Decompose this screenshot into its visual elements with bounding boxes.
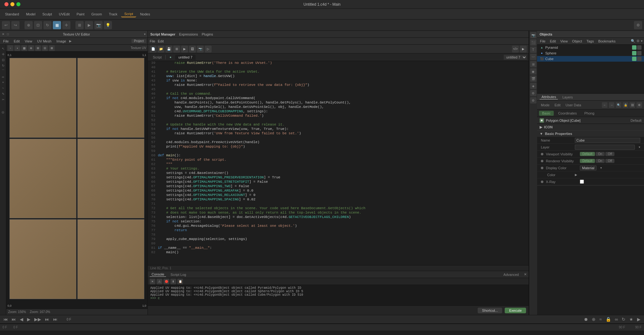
script-camera[interactable]: 📷 — [197, 46, 204, 53]
script-save[interactable]: 💾 — [165, 46, 172, 53]
obj-menu-bookmarks[interactable]: Bookmarks — [597, 39, 617, 43]
uv-tile-5[interactable] — [77, 219, 144, 299]
nav-nodes[interactable]: Nodes — [137, 11, 153, 17]
obj-more-icon[interactable]: ▾ — [641, 39, 643, 43]
r-icon-scene[interactable]: 🎬 — [530, 75, 536, 82]
attr-forward[interactable]: → — [609, 102, 614, 108]
script-code-toggle[interactable]: </> — [512, 46, 519, 53]
uv-menu-image[interactable]: Image — [55, 39, 68, 43]
uv-icon-lasso[interactable]: ⌒ — [1, 69, 6, 74]
uv-tool-5[interactable]: ⊞ — [35, 45, 41, 51]
tab-console[interactable]: Console — [150, 272, 166, 277]
attr-edit[interactable]: Edit — [553, 103, 563, 107]
light-button[interactable]: 💡 — [104, 21, 112, 29]
redo-button[interactable]: ↪ — [11, 21, 19, 29]
attr-settings[interactable]: ⚙ — [636, 102, 642, 108]
obj-menu-view[interactable]: View — [559, 39, 569, 43]
attr-section-icon-title[interactable]: ▶ ICON — [537, 124, 644, 130]
uv-menu-btn[interactable]: ▾ — [144, 32, 146, 36]
r-icon-settings[interactable]: ⚙ — [530, 97, 536, 103]
tl-btn-prev[interactable]: ◀ — [19, 317, 24, 322]
move-tool[interactable]: ⊕ — [25, 21, 33, 29]
snap-tool[interactable]: ⊞ — [75, 21, 84, 29]
attr-dot-viewport[interactable] — [541, 153, 543, 155]
tl-record[interactable]: ⏺ — [583, 317, 589, 322]
uv-tile-3[interactable] — [77, 139, 144, 219]
nav-script[interactable]: Script — [121, 11, 136, 17]
attr-input-name[interactable] — [575, 138, 640, 143]
close-button[interactable] — [4, 2, 8, 6]
attr-layer-arrow[interactable]: ▾ — [639, 145, 640, 149]
tl-current-frame[interactable]: 0 F — [65, 317, 73, 321]
attr-section-basic-title[interactable]: ▼ Basic Properties — [537, 131, 644, 137]
color-expand-arrow[interactable]: ▶ — [575, 173, 577, 176]
tl-btn-end[interactable]: ⏭ — [52, 317, 58, 322]
tl-btn-play[interactable]: ▶ — [26, 317, 31, 322]
console-error[interactable]: 🔴 — [164, 279, 169, 284]
viewport-default[interactable]: Default — [580, 152, 595, 156]
obj-menu-object[interactable]: Object — [570, 39, 584, 43]
uv-tile-0[interactable] — [9, 58, 76, 138]
script-more[interactable]: ▶ — [520, 46, 527, 53]
maximize-button[interactable] — [16, 2, 20, 6]
uv-more-btn[interactable]: ▶ — [69, 39, 72, 43]
script-run[interactable]: ▶ — [181, 46, 188, 53]
uv-tool-1[interactable]: ▫ — [8, 45, 13, 51]
viewport-on[interactable]: On — [596, 152, 605, 156]
obj-item-sphere[interactable]: ● Sphere — [537, 50, 644, 56]
attr-chain[interactable]: ⛓ — [630, 102, 635, 108]
uv-tool-6[interactable]: ⊟ — [42, 45, 48, 51]
r-icon-t[interactable]: T — [530, 47, 536, 53]
nav-track[interactable]: Track — [106, 11, 120, 17]
uv-menu-view[interactable]: View — [23, 39, 34, 43]
display-color-arrow[interactable]: ▾ — [600, 166, 602, 170]
obj-item-cube[interactable]: ⬛ Cube — [537, 56, 644, 62]
attr-dot-renderer[interactable] — [541, 160, 543, 162]
script-new[interactable]: 📄 — [150, 46, 157, 53]
viewport-off[interactable]: Off — [605, 152, 614, 156]
console-warning[interactable]: ⚠ — [157, 279, 162, 284]
tab-scriptlog[interactable]: Script Log — [169, 272, 188, 277]
obj-search-icon[interactable]: 🔍 — [631, 39, 635, 43]
renderer-default[interactable]: Default — [580, 159, 595, 163]
uv-icon-rotate[interactable]: ↻ — [1, 63, 6, 68]
uv-icon-scale[interactable]: ⊡ — [1, 57, 6, 62]
attr-dot-displaycolor[interactable] — [541, 167, 543, 169]
renderer-on[interactable]: On — [596, 159, 605, 163]
obj-item-pyramid[interactable]: ▲ Pyramid — [537, 45, 644, 50]
uv-menu-edit[interactable]: Edit — [12, 39, 22, 43]
tl-bookmark[interactable]: ★ — [628, 317, 634, 322]
rotate-tool[interactable]: ↻ — [43, 21, 52, 29]
obj-menu-file[interactable]: File — [538, 39, 547, 43]
attr-search[interactable]: 🔍 — [616, 102, 621, 108]
uv-tool-3[interactable]: ▦ — [21, 45, 27, 51]
tl-more[interactable]: ▶ — [636, 317, 641, 322]
uv-canvas[interactable]: 0,1 1,1 0,0 1,0 — [6, 52, 147, 309]
attr-back[interactable]: ← — [602, 102, 608, 108]
settings-button[interactable]: ⚙ — [634, 21, 642, 29]
tab-untitled7[interactable]: untitled 7 — [175, 55, 196, 60]
uv-icon-select[interactable]: ↖ — [1, 46, 6, 51]
camera-button[interactable]: 📷 — [94, 21, 103, 29]
obj-menu-edit[interactable]: Edit — [548, 39, 558, 43]
console-download[interactable]: ⬇ — [170, 279, 176, 284]
tl-snap[interactable]: 🔒 — [605, 317, 612, 322]
tl-motion2[interactable]: ∞ — [614, 317, 619, 322]
console-close-icon[interactable]: ✕ — [524, 272, 527, 276]
undo-button[interactable]: ↩ — [2, 21, 10, 29]
sm-expressions[interactable]: Expressions — [179, 32, 198, 36]
nav-standard[interactable]: Standard — [2, 11, 22, 17]
uv-tool-2[interactable]: ▪ — [14, 45, 20, 51]
sm-file[interactable]: File — [150, 39, 155, 43]
attr-mode[interactable]: Mode — [539, 103, 552, 107]
render-button[interactable]: ▶ — [85, 21, 93, 29]
attr-tab-attributes[interactable]: Attributes — [540, 95, 558, 99]
uv-icon-move[interactable]: ✛ — [1, 52, 6, 57]
uv-tile-4[interactable] — [9, 219, 76, 299]
sm-plugins[interactable]: Plugins — [202, 32, 213, 36]
uv-icon-pen[interactable]: ✎ — [1, 91, 6, 96]
script-selector[interactable]: untitled 7 — [504, 55, 527, 60]
tab-script[interactable]: Script — [150, 55, 165, 60]
tl-motion[interactable]: ≈ — [598, 317, 603, 322]
r-icon-render[interactable]: ⚙ — [530, 90, 536, 96]
